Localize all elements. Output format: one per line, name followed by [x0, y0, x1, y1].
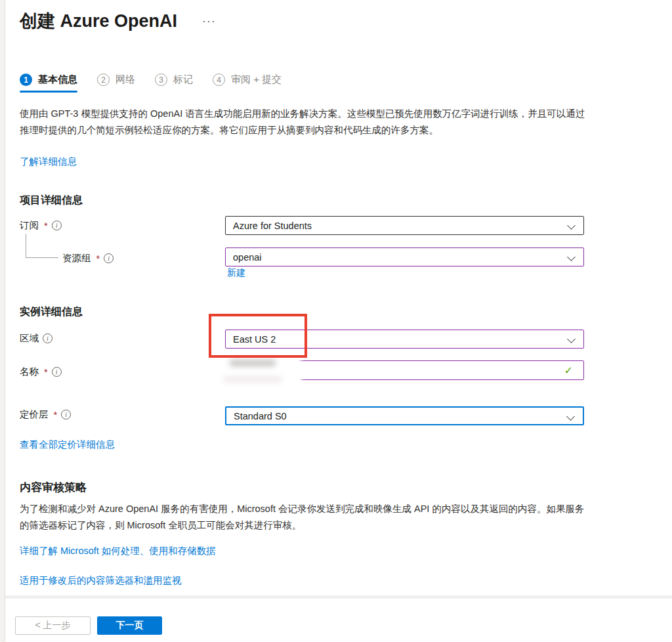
redaction-smudge	[223, 377, 282, 382]
footer-divider	[5, 595, 672, 599]
required-asterisk: *	[96, 253, 100, 264]
subscription-label-text: 订阅	[20, 219, 39, 232]
name-input[interactable]: ✓	[225, 360, 584, 380]
next-button[interactable]: 下一页	[97, 616, 162, 635]
resource-group-label: 资源组* i	[62, 252, 114, 265]
region-label: 区域 i	[20, 332, 52, 345]
info-icon[interactable]: i	[52, 367, 62, 377]
step-4-label: 审阅 + 提交	[231, 74, 282, 86]
project-details-heading: 项目详细信息	[20, 194, 83, 207]
valid-check-icon: ✓	[564, 364, 573, 377]
page-title-zh: 创建	[20, 11, 55, 31]
content-moderation-heading: 内容审核策略	[20, 480, 87, 495]
name-label: 名称* i	[20, 366, 62, 378]
create-new-resource-group-link[interactable]: 新建	[227, 267, 245, 279]
page-title-en: Azure OpenAI	[60, 11, 178, 31]
subscription-label: 订阅* i	[20, 219, 62, 232]
page-title: 创建 Azure OpenAI	[20, 9, 177, 33]
subscription-dropdown[interactable]: Azure for Students	[225, 216, 584, 235]
more-menu-icon[interactable]: ···	[202, 14, 216, 28]
required-asterisk: *	[54, 410, 58, 420]
redaction-smudge	[230, 360, 276, 366]
data-handling-link[interactable]: 详细了解 Microsoft 如何处理、使用和存储数据	[20, 545, 216, 557]
tab-review-submit[interactable]: 4 审阅 + 提交	[213, 74, 282, 93]
view-pricing-details-link[interactable]: 查看全部定价详细信息	[20, 439, 115, 451]
info-icon[interactable]: i	[61, 410, 71, 419]
page-left-edge	[0, 0, 5, 642]
tab-network[interactable]: 2 网络	[97, 74, 135, 93]
tree-connector-line	[26, 234, 58, 258]
pricing-tier-dropdown[interactable]: Standard S0	[225, 406, 584, 425]
required-asterisk: *	[44, 367, 48, 377]
red-highlight-annotation	[209, 314, 307, 358]
previous-button[interactable]: < 上一步	[15, 616, 91, 635]
wizard-steps: 1 基本信息 2 网络 3 标记 4 审阅 + 提交	[20, 74, 301, 93]
required-asterisk: *	[44, 221, 48, 231]
learn-more-link[interactable]: 了解详细信息	[20, 156, 77, 168]
step-2-label: 网络	[116, 74, 135, 86]
content-moderation-description: 为了检测和减少对 Azure OpenAI 服务的有害使用，Microsoft …	[20, 501, 592, 534]
tab-basics[interactable]: 1 基本信息	[20, 74, 77, 93]
chevron-down-icon	[567, 335, 576, 343]
resource-group-value: openai	[233, 252, 262, 263]
resource-group-dropdown[interactable]: openai	[225, 247, 584, 267]
modified-filters-link[interactable]: 适用于修改后的内容筛选器和滥用监视	[20, 574, 182, 587]
chevron-down-icon	[567, 221, 576, 230]
info-icon[interactable]: i	[104, 253, 114, 263]
info-icon[interactable]: i	[43, 333, 52, 343]
pricing-tier-value: Standard S0	[234, 411, 287, 421]
step-2-badge: 2	[97, 74, 110, 86]
subscription-value: Azure for Students	[233, 221, 312, 231]
region-label-text: 区域	[20, 332, 39, 345]
step-3-badge: 3	[155, 74, 167, 86]
resource-group-label-text: 资源组	[62, 252, 91, 265]
pricing-tier-label: 定价层* i	[20, 408, 71, 421]
step-4-badge: 4	[213, 74, 225, 86]
info-icon[interactable]: i	[52, 221, 62, 230]
chevron-down-icon	[567, 253, 576, 261]
create-azure-openai-page: 创建 Azure OpenAI ··· 1 基本信息 2 网络 3 标记 4 审…	[0, 0, 672, 642]
tab-tags[interactable]: 3 标记	[155, 74, 193, 93]
instance-details-heading: 实例详细信息	[20, 305, 83, 319]
step-1-label: 基本信息	[38, 74, 77, 86]
redaction-blur-overlay	[218, 357, 300, 386]
intro-description: 使用由 GPT-3 模型提供支持的 OpenAI 语言生成功能启用新的业务解决方…	[20, 106, 589, 139]
chevron-down-icon	[566, 412, 575, 421]
name-label-text: 名称	[20, 366, 39, 378]
step-3-label: 标记	[173, 74, 193, 86]
step-1-badge: 1	[20, 74, 32, 86]
pricing-tier-label-text: 定价层	[20, 408, 49, 421]
